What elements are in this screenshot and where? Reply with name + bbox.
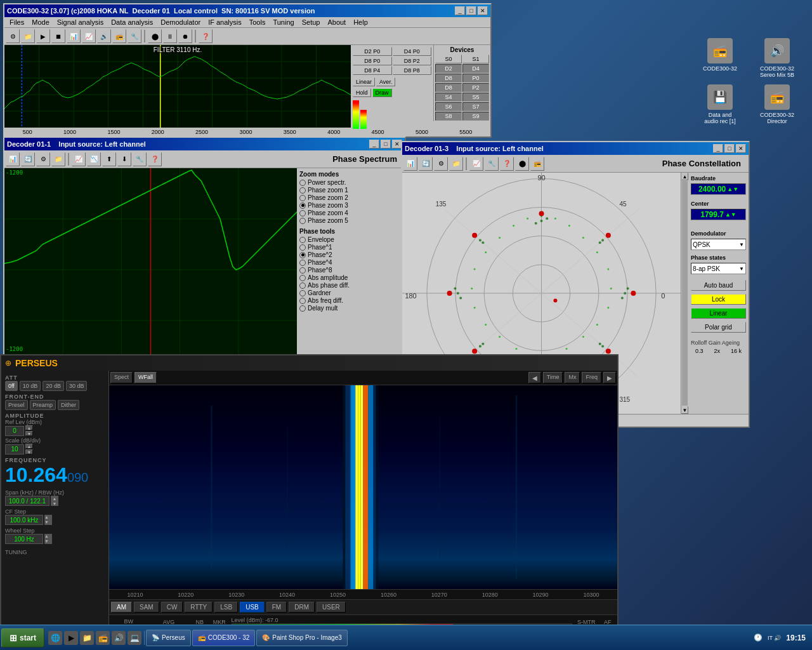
span-spinner[interactable]: ▲ ▼: [51, 496, 58, 506]
tb-btn-11[interactable]: ⏸: [163, 29, 177, 43]
const-tb-5[interactable]: 📈: [469, 157, 483, 171]
tb-btn-12[interactable]: ⏺: [178, 29, 192, 43]
close-button[interactable]: ✕: [478, 6, 488, 15]
span-down[interactable]: ▼: [51, 501, 58, 506]
phase-tb-8[interactable]: ⬇: [117, 152, 131, 166]
menu-if-analysis[interactable]: IF analysis: [204, 18, 246, 27]
menu-tools[interactable]: Tools: [246, 18, 270, 27]
phase-maximize[interactable]: □: [381, 140, 391, 149]
zoom-3[interactable]: Phase zoom 3: [299, 202, 402, 209]
zoom-2-radio[interactable]: [299, 195, 306, 201]
mode-lsb[interactable]: LSB: [214, 602, 238, 613]
center-value[interactable]: 1799.7 ▲▼: [691, 209, 746, 220]
tb-btn-10[interactable]: ⬤: [148, 29, 162, 43]
cfstep-up[interactable]: ▲: [44, 515, 52, 520]
menu-about[interactable]: About: [324, 18, 350, 27]
mode-usb[interactable]: USB: [240, 602, 265, 613]
wfall-btn[interactable]: WFall: [134, 372, 157, 383]
sig-d8p0[interactable]: D8 P0: [353, 56, 392, 65]
device-s4[interactable]: S4: [435, 93, 462, 102]
start-button[interactable]: ⊞ start: [1, 628, 44, 647]
wheelstep-up[interactable]: ▲: [44, 534, 52, 539]
mode-user[interactable]: USER: [317, 602, 346, 613]
zoom-2[interactable]: Phase zoom 2: [299, 194, 402, 201]
device-s7[interactable]: S7: [462, 102, 489, 111]
cfstep-value[interactable]: 100.0 kHz: [5, 515, 43, 525]
menu-data-analysis[interactable]: Data analysis: [107, 18, 157, 27]
device-s1[interactable]: S1: [462, 55, 489, 63]
taskbar-code300[interactable]: 📻 CODE300 - 32: [192, 630, 256, 646]
tool-abs-freq[interactable]: Abs freq diff.: [299, 297, 402, 304]
hold-btn[interactable]: Hold: [353, 88, 371, 97]
att-20db[interactable]: 20 dB: [43, 381, 64, 391]
baudrate-value[interactable]: 2400.00 ▲▼: [691, 183, 746, 195]
presel-btn[interactable]: Presel: [5, 400, 28, 410]
tool-abs-amp[interactable]: Abs amplitude: [299, 274, 402, 281]
menu-tuning[interactable]: Tuning: [269, 18, 298, 27]
device-d8a[interactable]: D8: [435, 74, 462, 83]
mode-cw[interactable]: CW: [161, 602, 183, 613]
sig-d8p4[interactable]: D8 P4: [353, 66, 392, 75]
const-close[interactable]: ✕: [736, 144, 746, 153]
att-off[interactable]: 0ff: [5, 381, 18, 391]
tool-phase1[interactable]: Phase^1: [299, 244, 402, 251]
scale-up[interactable]: ▲: [25, 444, 33, 449]
zoom-1[interactable]: Phase zoom 1: [299, 187, 402, 194]
const-tb-7[interactable]: ❓: [500, 157, 514, 171]
vert-scrollbar[interactable]: ▲ ▼: [681, 173, 688, 414]
tb-btn-8[interactable]: 📻: [112, 29, 126, 43]
wheelstep-spinner[interactable]: ▲ ▼: [44, 534, 52, 544]
tool-abs-freq-radio[interactable]: [299, 298, 306, 304]
sig-d8p8[interactable]: D8 P8: [393, 66, 432, 75]
scale-spinner[interactable]: ▲ ▼: [25, 444, 33, 454]
draw-btn[interactable]: Draw: [372, 88, 392, 97]
zoom-1-radio[interactable]: [299, 187, 306, 194]
const-tb-3[interactable]: ⚙: [434, 157, 448, 171]
nav-freq[interactable]: Freq: [582, 372, 601, 383]
scale-value[interactable]: 10: [5, 444, 24, 454]
tool-abs-amp-radio[interactable]: [299, 275, 306, 281]
tb-btn-9[interactable]: 🔧: [128, 29, 141, 43]
const-maximize[interactable]: □: [724, 144, 735, 153]
ql-ie[interactable]: 🌐: [48, 631, 62, 645]
phase-tb-4[interactable]: 📁: [51, 152, 65, 166]
ql-extra3[interactable]: 💻: [128, 631, 141, 645]
mode-sam[interactable]: SAM: [134, 602, 159, 613]
ql-extra1[interactable]: 📻: [96, 631, 110, 645]
ql-media[interactable]: ▶: [64, 631, 78, 645]
phase-tb-6[interactable]: 📉: [87, 152, 101, 166]
tool-phase4-radio[interactable]: [299, 260, 306, 266]
device-d8b[interactable]: P0: [462, 74, 489, 83]
auto-baud-button[interactable]: Auto baud: [691, 280, 746, 291]
cfstep-down[interactable]: ▼: [44, 520, 52, 525]
sig-d4p0[interactable]: D4 P0: [393, 47, 432, 56]
const-tb-9[interactable]: 📻: [530, 157, 544, 171]
device-s6[interactable]: S6: [435, 102, 462, 111]
const-tb-4[interactable]: 📁: [449, 157, 463, 171]
reflev-value[interactable]: 0: [5, 426, 24, 436]
baudrate-spinner[interactable]: ▲▼: [727, 186, 738, 192]
sig-d8p2[interactable]: D8 P2: [393, 56, 432, 65]
zoom-power-radio[interactable]: [299, 180, 306, 186]
maximize-button[interactable]: □: [466, 6, 476, 15]
dither-btn[interactable]: Dither: [58, 400, 79, 410]
const-minimize[interactable]: _: [713, 144, 723, 153]
desktop-icon-datarec[interactable]: 💾 Data andaudio rec [1]: [698, 84, 742, 124]
reflev-spinner[interactable]: ▲ ▼: [25, 425, 33, 436]
zoom-4[interactable]: Phase zoom 4: [299, 209, 402, 216]
tool-envelope-radio[interactable]: [299, 237, 306, 243]
tb-btn-6[interactable]: 📈: [82, 29, 96, 43]
preamp-btn[interactable]: Preamp: [30, 400, 56, 410]
zoom-3-radio[interactable]: [299, 202, 306, 209]
tool-abs-phase[interactable]: Abs phase diff.: [299, 282, 402, 289]
tool-abs-phase-radio[interactable]: [299, 282, 306, 289]
demodulator-dropdown[interactable]: QPSK ▼: [691, 239, 746, 250]
sig-d2p0[interactable]: D2 P0: [353, 47, 392, 56]
phase-tb-2[interactable]: 🔄: [21, 152, 35, 166]
tool-envelope[interactable]: Envelope: [299, 236, 402, 243]
nav-left[interactable]: ◀: [528, 372, 541, 383]
phase-tb-3[interactable]: ⚙: [36, 152, 50, 166]
desktop-icon-director[interactable]: 📻 CODE300-32Director: [755, 84, 799, 124]
device-d4[interactable]: D4: [462, 64, 489, 73]
tool-phase2-radio[interactable]: [299, 252, 306, 258]
